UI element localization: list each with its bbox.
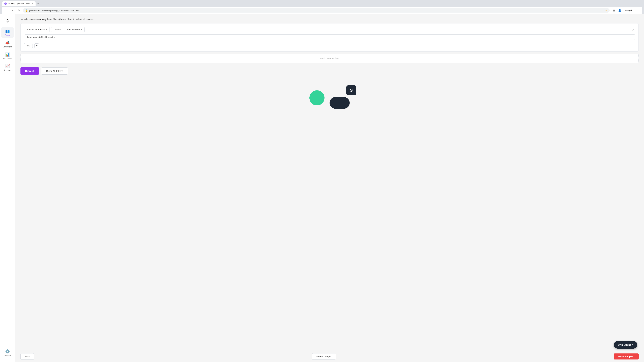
bookmark-icon[interactable]: ☆ — [605, 9, 607, 12]
filter-type-chevron: ▾ — [46, 28, 47, 31]
filter-close-button[interactable]: ✕ — [631, 27, 635, 32]
refresh-button[interactable]: Refresh — [20, 67, 39, 75]
profile-icon[interactable]: 👤 — [617, 8, 622, 13]
tab-title: Pruning Operation - Drip — [8, 2, 30, 5]
filter-condition-label: has received — [68, 28, 80, 31]
prune-people-button[interactable]: Prune People... — [614, 354, 639, 360]
browser-menu-button[interactable]: ⋮ — [636, 8, 640, 13]
app-layout: ☺ 👥 People 📣 Campaigns 📊 Workflows 📈 Ana… — [0, 14, 644, 362]
green-shape — [310, 90, 324, 105]
page-footer: Back Save Changes Prune People... — [15, 351, 644, 362]
sidebar-settings-label: Settings — [4, 354, 11, 356]
filter-type-label: Automation Emails — [26, 28, 44, 31]
sidebar-analytics-label: Analytics — [4, 69, 11, 71]
sidebar-item-settings[interactable]: ⚙️ Settings — [1, 348, 14, 358]
sidebar-item-campaigns[interactable]: 📣 Campaigns — [1, 39, 14, 49]
filter-person-label: Person — [51, 27, 63, 32]
and-row: and + — [24, 43, 635, 48]
analytics-icon: 📈 — [5, 64, 10, 68]
drip-support-button[interactable]: Drip Support — [614, 341, 637, 349]
browser-toolbar: ‹ › ↻ 🔒 ☆ ⊞ 👤 Incognito ⋮ — [2, 7, 642, 14]
settings-icon: ⚙️ — [5, 349, 10, 354]
browser-tabs: D Pruning Operation - Drip ✕ + — [2, 1, 642, 6]
incognito-button[interactable]: Incognito — [623, 8, 634, 12]
sidebar-item-people[interactable]: 👥 People — [1, 27, 14, 38]
filter-type-dropdown[interactable]: Automation Emails ▾ — [24, 27, 50, 32]
filter-value-chevron: ▾ — [632, 36, 632, 38]
illustration-area: S — [20, 79, 639, 112]
url-input[interactable] — [29, 9, 604, 12]
clear-filters-button[interactable]: Clear All Filters — [41, 67, 68, 75]
workflows-icon: 📊 — [5, 52, 10, 57]
filter-condition-dropdown[interactable]: has received ▾ — [65, 27, 85, 32]
extensions-icon[interactable]: ⊞ — [611, 8, 616, 13]
active-tab[interactable]: D Pruning Operation - Drip ✕ — [2, 1, 36, 6]
app-logo[interactable]: ☺ — [4, 16, 12, 25]
filter-box: Automation Emails ▾ Person has received … — [20, 23, 639, 52]
sidebar-workflows-label: Workflows — [3, 57, 12, 59]
tab-favicon: D — [4, 2, 7, 5]
drip-support-label: Drip Support — [618, 344, 633, 346]
address-bar[interactable]: 🔒 ☆ — [23, 8, 610, 12]
sidebar-item-workflows[interactable]: 📊 Workflows — [1, 51, 14, 61]
sidebar-campaigns-label: Campaigns — [3, 46, 12, 48]
back-nav-button[interactable]: ‹ — [4, 8, 8, 13]
or-filter-box[interactable]: + Add an OR filter — [20, 54, 639, 63]
filter-header-text: Include people matching these filters (L… — [20, 18, 639, 21]
sidebar-item-analytics[interactable]: 📈 Analytics — [1, 62, 14, 73]
filter-row: Automation Emails ▾ Person has received … — [24, 27, 635, 32]
filter-second-row: Lead Magnet #1b: Reminder ▾ — [24, 34, 635, 40]
reload-button[interactable]: ↻ — [16, 8, 21, 13]
dark-shape — [330, 97, 350, 109]
back-button[interactable]: Back — [20, 353, 34, 360]
logo-icon: ☺ — [5, 18, 10, 23]
filter-condition-chevron: ▾ — [81, 28, 82, 31]
add-filter-button[interactable]: + — [34, 43, 39, 48]
toolbar-right: ⊞ 👤 Incognito ⋮ — [611, 8, 640, 13]
new-tab-button[interactable]: + — [36, 1, 40, 6]
campaigns-icon: 📣 — [5, 41, 10, 45]
browser-chrome: D Pruning Operation - Drip ✕ + ‹ › ↻ 🔒 ☆… — [0, 0, 644, 14]
save-changes-button[interactable]: Save Changes — [312, 353, 336, 360]
sidebar-people-label: People — [4, 34, 10, 36]
incognito-label: Incognito — [625, 9, 633, 11]
action-buttons: Refresh Clear All Filters — [20, 67, 639, 75]
add-or-filter-label: + Add an OR filter — [320, 57, 339, 60]
main-content: Include people matching these filters (L… — [15, 14, 644, 362]
filter-value-dropdown[interactable]: Lead Magnet #1b: Reminder ▾ — [25, 34, 635, 40]
people-icon: 👥 — [5, 29, 10, 33]
page-body: Include people matching these filters (L… — [15, 14, 644, 351]
tab-close-button[interactable]: ✕ — [31, 2, 33, 5]
and-badge: and — [24, 43, 33, 48]
sidebar: ☺ 👥 People 📣 Campaigns 📊 Workflows 📈 Ana… — [0, 14, 15, 362]
filter-value-label: Lead Magnet #1b: Reminder — [27, 36, 55, 38]
forward-nav-button[interactable]: › — [10, 8, 15, 13]
s-logo-shape: S — [346, 85, 356, 95]
lock-icon: 🔒 — [25, 9, 28, 12]
